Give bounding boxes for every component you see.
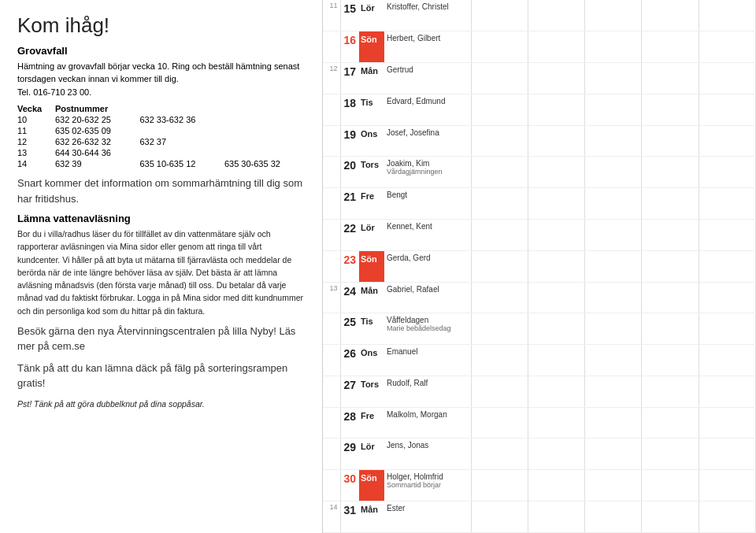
day-name: Gabriel, Rafael: [384, 282, 471, 313]
calendar-cell: [642, 250, 699, 282]
day-abbr: Mån: [359, 282, 384, 313]
calendar-cell: [471, 313, 528, 345]
day-number: 18: [340, 94, 359, 125]
cal-row: 26OnsEmanuel: [323, 345, 756, 376]
week-number: [323, 313, 340, 345]
calendar-cell: [528, 250, 584, 282]
day-name: Malkolm, Morgan: [384, 407, 471, 439]
day-number: 29: [340, 439, 359, 470]
calendar-cell: [471, 188, 528, 220]
calendar-cell: [699, 407, 755, 439]
week-number: 11: [323, 0, 340, 31]
day-abbr: Sön: [359, 250, 384, 282]
calendar-cell: [528, 94, 584, 125]
day-number: 23: [340, 250, 359, 282]
day-abbr: Lör: [359, 439, 384, 470]
day-number: 25: [340, 313, 359, 345]
day-name: Gertrud: [384, 63, 471, 94]
calendar-cell: [471, 502, 528, 533]
grovavfall-title: Grovavfall: [17, 45, 305, 57]
calendar-cell: [528, 157, 584, 188]
calendar-cell: [528, 345, 584, 376]
day-number: 22: [340, 219, 359, 250]
calendar-cell: [471, 407, 528, 439]
calendar-cell: [699, 439, 755, 470]
calendar-cell: [528, 470, 584, 502]
calendar-cell: [699, 502, 755, 533]
handwriting1: Snart kommer det information om sommarhä…: [17, 176, 305, 206]
table-row: 12632 26-632 32632 37: [17, 136, 305, 147]
calendar-cell: [699, 376, 755, 407]
calendar-cell: [699, 125, 755, 157]
calendar-cell: [471, 0, 528, 31]
cal-row: 28FreMalkolm, Morgan: [323, 407, 756, 439]
calendar-cell: [585, 219, 642, 250]
day-name: Kristoffer, Christel: [384, 0, 471, 31]
calendar-cell: [642, 502, 699, 533]
week-number: [323, 470, 340, 502]
day-name: Emanuel: [384, 345, 471, 376]
calendar-cell: [585, 0, 642, 31]
cal-row: 29LörJens, Jonas: [323, 439, 756, 470]
day-abbr: Mån: [359, 502, 384, 533]
day-number: 19: [340, 125, 359, 157]
calendar-cell: [528, 219, 584, 250]
day-abbr: Tis: [359, 313, 384, 345]
calendar-cell: [528, 282, 584, 313]
week-number: [323, 345, 340, 376]
handwriting2: Besök gärna den nya Återvinningscentrale…: [17, 324, 305, 354]
table-row: 13644 30-644 36: [17, 147, 305, 158]
day-abbr: Tis: [359, 94, 384, 125]
day-number: 17: [340, 63, 359, 94]
col-vecka: Vecka: [17, 103, 55, 114]
cal-row: 1324MånGabriel, Rafael: [323, 282, 756, 313]
table-row: 11635 02-635 09: [17, 125, 305, 136]
calendar-cell: [585, 188, 642, 220]
week-number: [323, 157, 340, 188]
calendar-cell: [585, 250, 642, 282]
day-number: 26: [340, 345, 359, 376]
day-name: Jens, Jonas: [384, 439, 471, 470]
day-name: Holger, HolmfridSommartid börjar: [384, 470, 471, 502]
calendar-table: 1115LörKristoffer, Christel16SönHerbert,…: [323, 0, 756, 533]
calendar-cell: [585, 376, 642, 407]
calendar-cell: [471, 63, 528, 94]
calendar-cell: [699, 470, 755, 502]
day-name: Herbert, Gilbert: [384, 31, 471, 63]
calendar-cell: [528, 313, 584, 345]
calendar-cell: [471, 219, 528, 250]
day-abbr: Sön: [359, 31, 384, 63]
calendar-cell: [528, 31, 584, 63]
day-number: 28: [340, 407, 359, 439]
vattenavlasning-title: Lämna vattenavläsning: [17, 213, 305, 224]
calendar-cell: [642, 125, 699, 157]
calendar-cell: [642, 282, 699, 313]
week-number: [323, 439, 340, 470]
day-name: Ester: [384, 502, 471, 533]
calendar-cell: [585, 125, 642, 157]
day-number: 21: [340, 188, 359, 220]
calendar-cell: [699, 219, 755, 250]
calendar-cell: [642, 31, 699, 63]
calendar-cell: [471, 250, 528, 282]
cal-row: 18TisEdvard, Edmund: [323, 94, 756, 125]
day-number: 31: [340, 502, 359, 533]
week-number: 13: [323, 282, 340, 313]
bottom-text: Pst! Tänk på att göra dubbelknut på dina…: [17, 398, 305, 410]
day-abbr: Lör: [359, 219, 384, 250]
day-abbr: Fre: [359, 407, 384, 439]
cal-row: 22LörKennet, Kent: [323, 219, 756, 250]
day-abbr: Sön: [359, 470, 384, 502]
day-name: Kennet, Kent: [384, 219, 471, 250]
calendar-cell: [528, 0, 584, 31]
calendar-cell: [642, 188, 699, 220]
calendar-cell: [642, 0, 699, 31]
week-number: 12: [323, 63, 340, 94]
cal-row: 19OnsJosef, Josefina: [323, 125, 756, 157]
week-number: [323, 407, 340, 439]
cal-row: 20TorsJoakim, KimVårdagjämningen: [323, 157, 756, 188]
calendar-cell: [585, 282, 642, 313]
calendar-cell: [471, 157, 528, 188]
calendar-cell: [528, 439, 584, 470]
calendar-cell: [642, 63, 699, 94]
